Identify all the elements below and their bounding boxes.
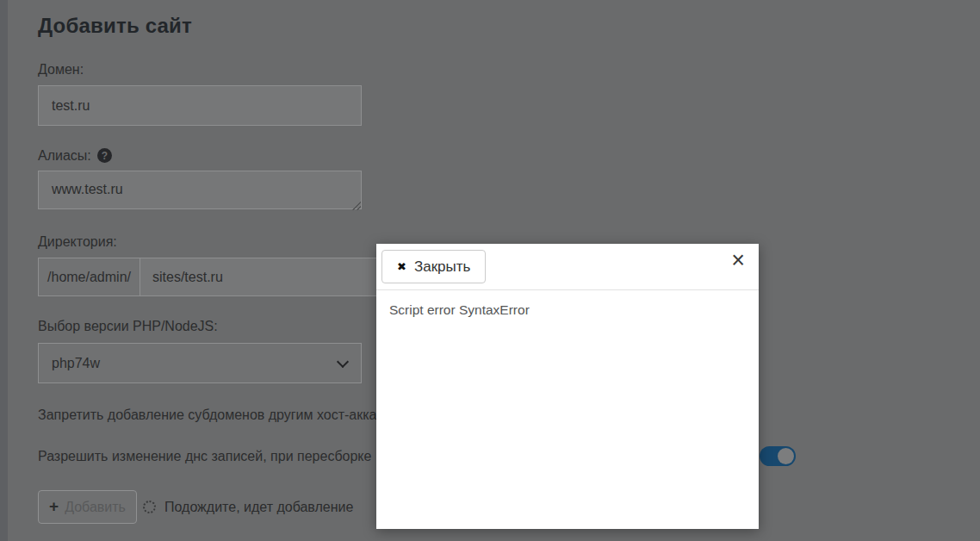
domain-label-text: Домен:	[38, 61, 84, 78]
php-version-label: Выбор версии PHP/NodeJS:	[38, 318, 218, 334]
php-version-select[interactable]: php74w	[38, 343, 362, 383]
option-deny-subdomains-label: Запретить добавление субдоменов другим х…	[38, 407, 377, 423]
php-version-label-text: Выбор версии PHP/NodeJS:	[38, 318, 218, 334]
page-title: Добавить сайт	[38, 14, 192, 38]
error-modal-header: ✖ Закрыть ×	[376, 244, 759, 290]
aliases-textarea[interactable]: www.test.ru	[38, 171, 362, 209]
progress-text: Подождите, идет добавление	[164, 500, 353, 515]
error-modal-body: Script error SyntaxError	[376, 290, 759, 330]
domain-label: Домен:	[38, 61, 84, 78]
toggle-knob	[778, 448, 794, 464]
aliases-label-text: Алиасы:	[38, 147, 91, 164]
error-message-text: Script error SyntaxError	[389, 302, 530, 317]
aliases-label: Алиасы: ?	[38, 147, 112, 164]
add-site-page: Добавить сайт Домен: Алиасы: ? www.test.…	[0, 0, 980, 541]
close-x-icon: ✖	[397, 261, 406, 272]
add-site-button-label: Добавить	[65, 500, 126, 515]
directory-prefix-addon: /home/admin/	[38, 258, 140, 296]
php-version-select-wrap: php74w	[38, 343, 362, 383]
plus-icon: +	[49, 498, 59, 514]
question-circle-icon[interactable]: ?	[97, 148, 112, 163]
directory-prefix-text: /home/admin/	[47, 270, 131, 285]
modal-close-button[interactable]: ✖ Закрыть	[381, 250, 486, 283]
option-allow-dns-change-label: Разрешить изменение днс записей, при пер…	[38, 448, 371, 464]
spinner-icon	[143, 501, 156, 513]
sidebar-edge	[0, 0, 8, 541]
error-modal: ✖ Закрыть × Script error SyntaxError	[376, 244, 759, 529]
directory-label: Директория:	[38, 233, 117, 250]
dns-change-toggle[interactable]	[760, 446, 796, 466]
modal-close-button-label: Закрыть	[414, 258, 470, 276]
add-site-button[interactable]: + Добавить	[38, 490, 137, 524]
directory-label-text: Директория:	[38, 233, 117, 250]
corner-close-icon[interactable]: ×	[728, 245, 748, 277]
domain-input[interactable]	[38, 85, 362, 126]
